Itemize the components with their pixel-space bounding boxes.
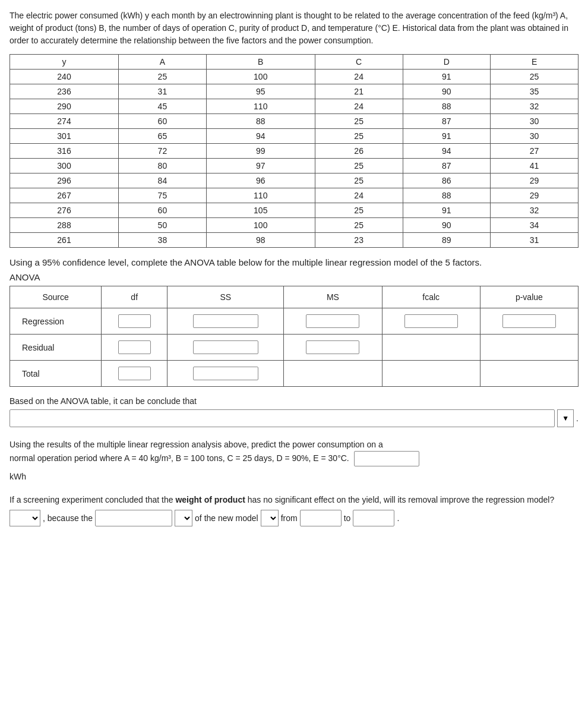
table-cell: 27 xyxy=(491,144,578,159)
table-cell: 300 xyxy=(10,159,119,173)
anova-source-total: Total xyxy=(10,361,102,387)
table-cell: 23 xyxy=(315,233,403,248)
anova-ss-total-input[interactable] xyxy=(193,367,258,380)
col-header-e: E xyxy=(491,55,578,70)
screening-of-new-model-text: of the new model xyxy=(195,512,258,525)
table-row: 2613898238931 xyxy=(10,233,578,248)
predict-section: Using the results of the multiple linear… xyxy=(10,438,578,484)
conclusion-dropdown-btn[interactable]: ▼ xyxy=(557,409,574,427)
anova-fcalc-regression[interactable] xyxy=(382,308,480,335)
table-row: 27660105259132 xyxy=(10,203,578,218)
table-cell: 276 xyxy=(10,203,119,218)
anova-ss-residual[interactable] xyxy=(167,335,284,361)
anova-df-residual-input[interactable] xyxy=(118,340,151,354)
anova-ss-regression[interactable] xyxy=(167,308,284,335)
anova-df-regression[interactable] xyxy=(102,308,167,335)
table-cell: 301 xyxy=(10,129,119,144)
table-cell: 24 xyxy=(315,70,403,84)
anova-fcalc-regression-input[interactable] xyxy=(404,314,458,328)
table-row: 24025100249125 xyxy=(10,70,578,84)
screening-of-model-select[interactable] xyxy=(175,510,192,526)
table-cell: 34 xyxy=(491,218,578,233)
table-cell: 100 xyxy=(206,70,315,84)
screening-yes-no-select[interactable]: Yes No xyxy=(10,510,40,526)
table-cell: 90 xyxy=(403,218,491,233)
anova-ss-regression-input[interactable] xyxy=(193,314,258,328)
table-cell: 32 xyxy=(491,99,578,114)
table-row: 2363195219035 xyxy=(10,84,578,99)
screening-because-input[interactable] xyxy=(95,510,172,526)
table-cell: 24 xyxy=(315,99,403,114)
anova-source-residual: Residual xyxy=(10,335,102,361)
anova-pvalue-regression-input[interactable] xyxy=(502,314,556,328)
table-cell: 87 xyxy=(403,159,491,173)
table-cell: 88 xyxy=(403,99,491,114)
anova-ss-residual-input[interactable] xyxy=(193,340,258,354)
conclusion-section: Based on the ANOVA table, it can be conc… xyxy=(10,396,578,427)
screening-period: . xyxy=(397,512,399,525)
table-cell: 25 xyxy=(315,159,403,173)
anova-df-regression-input[interactable] xyxy=(118,314,151,328)
table-cell: 25 xyxy=(315,203,403,218)
screening-direction-select[interactable] xyxy=(261,510,279,526)
table-row: 28850100259034 xyxy=(10,218,578,233)
table-cell: 274 xyxy=(10,114,119,129)
table-cell: 29 xyxy=(491,173,578,188)
table-cell: 110 xyxy=(206,99,315,114)
table-cell: 25 xyxy=(491,70,578,84)
anova-fcalc-residual-empty xyxy=(382,335,480,361)
anova-ss-total[interactable] xyxy=(167,361,284,387)
conclusion-input[interactable] xyxy=(10,409,555,427)
table-cell: 30 xyxy=(491,129,578,144)
table-cell: 25 xyxy=(119,70,207,84)
table-cell: 100 xyxy=(206,218,315,233)
screening-because: , because the xyxy=(43,512,93,525)
anova-pvalue-residual-empty xyxy=(480,335,578,361)
col-header-d: D xyxy=(403,55,491,70)
table-cell: 88 xyxy=(206,114,315,129)
predict-unit: kWh xyxy=(10,470,578,483)
table-cell: 35 xyxy=(491,84,578,99)
table-row: 29045110248832 xyxy=(10,99,578,114)
anova-df-residual[interactable] xyxy=(102,335,167,361)
table-cell: 267 xyxy=(10,188,119,203)
anova-intro-text: Using a 95% confidence level, complete t… xyxy=(10,257,578,267)
screening-section: If a screening experiment concluded that… xyxy=(10,493,578,526)
table-cell: 98 xyxy=(206,233,315,248)
col-header-b: B xyxy=(206,55,315,70)
screening-to-input[interactable] xyxy=(353,510,394,526)
table-cell: 25 xyxy=(315,218,403,233)
table-cell: 75 xyxy=(119,188,207,203)
predict-answer-input[interactable] xyxy=(354,451,419,466)
table-cell: 60 xyxy=(119,114,207,129)
table-row: 3016594259130 xyxy=(10,129,578,144)
table-cell: 31 xyxy=(491,233,578,248)
anova-df-total[interactable] xyxy=(102,361,167,387)
table-cell: 96 xyxy=(206,173,315,188)
predict-intro: Using the results of the multiple linear… xyxy=(10,438,578,466)
table-cell: 41 xyxy=(491,159,578,173)
anova-ms-residual-input[interactable] xyxy=(306,340,359,354)
table-cell: 261 xyxy=(10,233,119,248)
table-cell: 90 xyxy=(403,84,491,99)
table-cell: 26 xyxy=(315,144,403,159)
table-cell: 89 xyxy=(403,233,491,248)
anova-pvalue-regression[interactable] xyxy=(480,308,578,335)
conclusion-row: ▼ . xyxy=(10,409,578,427)
anova-row-total: Total xyxy=(10,361,578,387)
screening-from-input[interactable] xyxy=(300,510,342,526)
table-row: 26775110248829 xyxy=(10,188,578,203)
table-row: 2968496258629 xyxy=(10,173,578,188)
anova-header-ss: SS xyxy=(167,286,284,308)
table-row: 2746088258730 xyxy=(10,114,578,129)
anova-ms-residual[interactable] xyxy=(284,335,382,361)
anova-source-regression: Regression xyxy=(10,308,102,335)
screening-to-text: to xyxy=(344,512,351,525)
anova-ms-regression-input[interactable] xyxy=(306,314,359,328)
anova-header-ms: MS xyxy=(284,286,382,308)
intro-paragraph: The electric power consumed (kWh) y each… xyxy=(10,10,578,47)
anova-df-total-input[interactable] xyxy=(118,367,151,380)
table-cell: 25 xyxy=(315,129,403,144)
anova-ms-regression[interactable] xyxy=(284,308,382,335)
table-cell: 296 xyxy=(10,173,119,188)
